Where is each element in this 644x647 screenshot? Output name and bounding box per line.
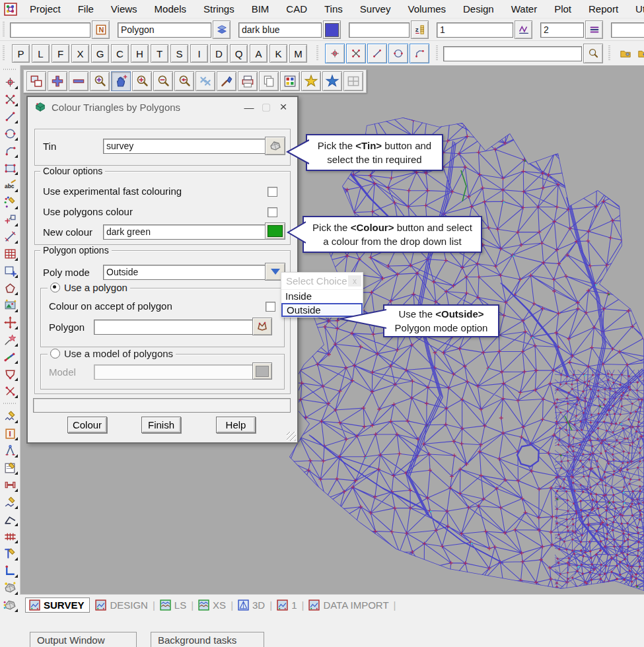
copy-view-button[interactable] — [259, 71, 279, 91]
cad-extra-field[interactable] — [611, 22, 644, 38]
remove-view-button[interactable] — [69, 71, 89, 91]
fast-colouring-checkbox[interactable] — [268, 187, 277, 197]
use-model-radio-row[interactable]: Use a model of polygons — [48, 348, 176, 359]
menu-bim[interactable]: BIM — [243, 3, 278, 15]
menu-project[interactable]: Project — [21, 3, 69, 15]
colour-on-accept-checkbox[interactable] — [266, 302, 275, 312]
x-points-icon[interactable] — [2, 383, 18, 399]
fkey-m-button[interactable]: M — [289, 44, 307, 63]
new-colour-field[interactable]: dark green — [103, 224, 266, 240]
pan-button[interactable] — [111, 71, 131, 91]
menu-file[interactable]: File — [69, 3, 102, 15]
z-ruler-icon[interactable]: z — [411, 20, 429, 39]
zoom-extents-button[interactable] — [90, 71, 110, 91]
move-icon[interactable] — [2, 314, 18, 330]
maximize-button[interactable]: ▢ — [258, 101, 275, 113]
menu-volumes[interactable]: Volumes — [399, 3, 454, 15]
fkey-h-button[interactable]: H — [131, 44, 149, 63]
fkey-k-button[interactable]: K — [269, 44, 287, 63]
view-tab-design[interactable]: DESIGN — [95, 599, 148, 611]
shield-icon[interactable] — [2, 366, 18, 382]
point-icon[interactable] — [2, 74, 18, 90]
add-view-button[interactable] — [48, 71, 67, 91]
output-window-panel[interactable]: Output Window — [30, 632, 137, 647]
pencil-wave-icon[interactable] — [2, 408, 18, 424]
polygon-field[interactable] — [94, 320, 254, 335]
menu-models[interactable]: Models — [146, 3, 195, 15]
menu-views[interactable]: Views — [102, 3, 146, 15]
circle-snap-icon[interactable] — [388, 44, 408, 63]
arc-snap-icon[interactable] — [410, 44, 429, 63]
line-icon[interactable] — [2, 108, 18, 124]
view-tab-data-import[interactable]: DATA IMPORT — [308, 599, 388, 611]
view-tab-ls[interactable]: LS — [160, 599, 186, 611]
menu-strings[interactable]: Strings — [195, 3, 243, 15]
fkey-p-button[interactable]: P — [12, 44, 30, 63]
view-tab-xs[interactable]: XS — [198, 599, 226, 611]
i-box-icon[interactable]: I — [2, 425, 18, 441]
window-plus-icon[interactable] — [2, 263, 18, 279]
fkey-s-button[interactable]: S — [170, 44, 188, 63]
fkey-d-button[interactable]: D — [210, 44, 228, 63]
gradient-line-icon[interactable] — [2, 349, 18, 364]
fkey-a-button[interactable]: A — [250, 44, 268, 63]
cad-style-field[interactable]: 2 — [540, 22, 584, 38]
tin-pick-button[interactable] — [265, 137, 285, 155]
point-snap-icon[interactable] — [325, 44, 345, 63]
toolbar-search-input[interactable] — [443, 46, 582, 61]
favourites-yellow-button[interactable] — [301, 71, 321, 91]
pencil-fix-icon[interactable] — [2, 545, 18, 561]
windows-button[interactable] — [26, 71, 46, 91]
menu-plot[interactable]: Plot — [546, 3, 580, 15]
layout-button[interactable] — [343, 71, 363, 91]
fkey-c-button[interactable]: C — [111, 44, 129, 63]
point-box-icon[interactable] — [2, 211, 18, 227]
image-icon[interactable] — [2, 297, 18, 313]
delete-views-button[interactable] — [196, 71, 215, 91]
menu-design[interactable]: Design — [454, 3, 503, 15]
polygon-icon[interactable] — [2, 280, 18, 296]
fkey-f-button[interactable]: F — [52, 44, 69, 63]
grid-icon[interactable] — [2, 246, 18, 261]
fkey-x-button[interactable]: X — [71, 44, 89, 63]
menu-survey[interactable]: Survey — [351, 3, 400, 15]
folder-model-icon[interactable] — [617, 45, 633, 62]
tin-colours-icon[interactable] — [2, 597, 18, 613]
cad-name-field[interactable] — [10, 22, 90, 38]
rail-track-icon[interactable] — [2, 528, 18, 544]
text-icon[interactable]: abc — [2, 177, 18, 193]
hlines-icon[interactable] — [585, 20, 603, 39]
use-polygon-radio[interactable] — [50, 283, 60, 292]
redraw-brush-button[interactable] — [217, 71, 236, 91]
close-button[interactable]: × — [275, 100, 292, 114]
view-tab-3d[interactable]: 3D — [238, 599, 265, 611]
fkey-q-button[interactable]: Q — [230, 44, 248, 63]
measure-icon[interactable] — [2, 228, 18, 244]
n-button-icon[interactable]: N — [92, 20, 110, 39]
resize-grip[interactable] — [287, 432, 296, 441]
menu-utilities[interactable]: Utilities — [627, 3, 644, 15]
cad-string-type-field[interactable]: Polygon — [118, 22, 211, 38]
rect-icon[interactable] — [2, 160, 18, 176]
corner-icon[interactable] — [2, 562, 18, 578]
cross-snap-icon[interactable] — [346, 44, 366, 63]
arc-icon[interactable] — [2, 143, 18, 158]
swatch-icon[interactable] — [323, 20, 341, 39]
tin-field[interactable]: survey — [103, 139, 266, 154]
menu-cad[interactable]: CAD — [277, 3, 316, 15]
background-tasks-panel[interactable]: Background tasks — [151, 632, 264, 647]
polygon-pick-button[interactable] — [252, 318, 272, 335]
pencil-wave2-icon[interactable] — [2, 494, 18, 510]
fkey-i-button[interactable]: I — [190, 44, 208, 63]
spool-icon[interactable] — [2, 477, 18, 493]
layers-icon[interactable] — [213, 20, 231, 39]
menu-tins[interactable]: Tins — [316, 3, 351, 15]
note-icon[interactable] — [2, 460, 18, 475]
star-line-icon[interactable] — [2, 331, 18, 347]
fkey-g-button[interactable]: G — [91, 44, 109, 63]
zoom-out-button[interactable] — [153, 71, 173, 91]
circle-icon[interactable] — [2, 125, 18, 141]
plot-button[interactable] — [238, 71, 258, 91]
fkey-l-button[interactable]: L — [32, 44, 50, 63]
cad-height-field[interactable] — [349, 22, 410, 38]
